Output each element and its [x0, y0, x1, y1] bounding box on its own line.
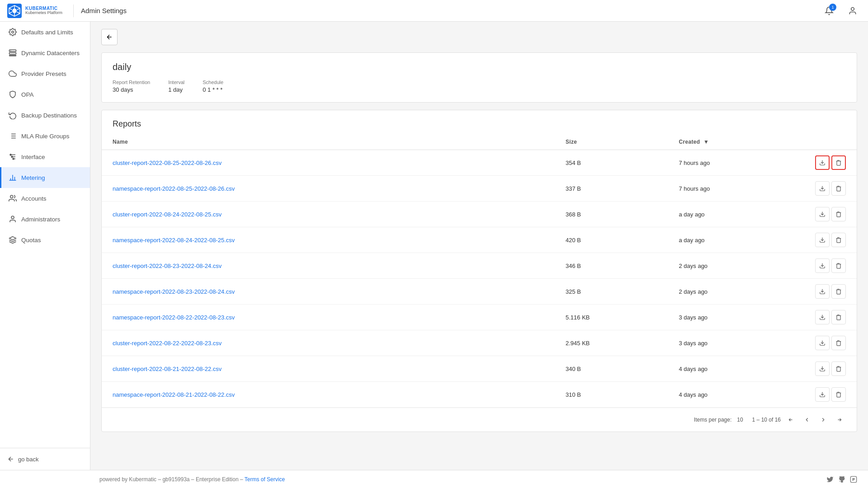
- sidebar-item-administrators[interactable]: Administrators: [0, 209, 90, 230]
- delete-button[interactable]: [831, 258, 846, 273]
- report-created: 2 days ago: [668, 253, 782, 279]
- back-button[interactable]: [101, 29, 118, 45]
- twitter-icon[interactable]: [826, 476, 834, 483]
- report-name[interactable]: namespace-report-2022-08-24-2022-08-25.c…: [102, 227, 555, 253]
- profile-button[interactable]: [844, 3, 861, 19]
- table-row: namespace-report-2022-08-25-2022-08-26.c…: [102, 176, 857, 202]
- last-page-button[interactable]: [833, 413, 846, 426]
- sidebar-item-metering[interactable]: Metering: [0, 167, 90, 188]
- report-name[interactable]: namespace-report-2022-08-22-2022-08-23.c…: [102, 305, 555, 330]
- report-name[interactable]: cluster-report-2022-08-25-2022-08-26.csv: [102, 150, 555, 176]
- download-button[interactable]: [815, 258, 830, 273]
- delete-button[interactable]: [831, 387, 846, 402]
- svg-point-25: [11, 156, 13, 158]
- sidebar-item-label: Interface: [21, 154, 45, 160]
- download-button[interactable]: [815, 361, 830, 376]
- delete-button[interactable]: [831, 181, 846, 196]
- report-name[interactable]: cluster-report-2022-08-23-2022-08-24.csv: [102, 253, 555, 279]
- col-size: Size: [555, 134, 668, 150]
- sidebar-item-dynamic-datacenters[interactable]: Dynamic Datacenters: [0, 42, 90, 63]
- delete-button[interactable]: [831, 284, 846, 299]
- sidebar-item-backup-destinations[interactable]: Backup Destinations: [0, 105, 90, 126]
- download-button[interactable]: [815, 181, 830, 196]
- schedule-meta-item: Schedule 0 1 * * *: [203, 80, 223, 93]
- report-created: 3 days ago: [668, 305, 782, 330]
- download-icon: [819, 160, 826, 166]
- sidebar-item-mla-rule-groups[interactable]: MLA Rule Groups: [0, 126, 90, 146]
- download-button[interactable]: [815, 207, 830, 221]
- sidebar-item-opa[interactable]: OPA: [0, 84, 90, 105]
- delete-button[interactable]: [831, 361, 846, 376]
- table-header: Name Size Created ▼: [102, 134, 857, 150]
- download-button[interactable]: [815, 310, 830, 324]
- prev-page-button[interactable]: [801, 413, 813, 426]
- report-name[interactable]: namespace-report-2022-08-21-2022-08-22.c…: [102, 382, 555, 408]
- go-back-button[interactable]: go back: [0, 448, 90, 470]
- download-button[interactable]: [815, 336, 830, 350]
- svg-marker-33: [9, 237, 16, 240]
- layers-icon: [9, 236, 17, 244]
- github-icon[interactable]: [838, 476, 845, 483]
- report-size: 310 B: [555, 382, 668, 408]
- download-icon: [819, 211, 826, 217]
- sidebar-item-label: MLA Rule Groups: [21, 133, 70, 140]
- report-created: 4 days ago: [668, 382, 782, 408]
- history-icon: [9, 111, 17, 119]
- col-created[interactable]: Created ▼: [668, 134, 782, 150]
- user-icon: [848, 6, 857, 15]
- first-page-button[interactable]: [784, 413, 797, 426]
- svg-rect-13: [9, 55, 16, 56]
- report-size: 346 B: [555, 253, 668, 279]
- sidebar-item-interface[interactable]: Interface: [0, 146, 90, 167]
- trash-icon: [835, 288, 842, 295]
- report-name[interactable]: namespace-report-2022-08-23-2022-08-24.c…: [102, 279, 555, 305]
- sidebar-item-defaults-limits[interactable]: Defaults and Limits: [0, 22, 90, 42]
- trash-icon: [835, 366, 842, 372]
- svg-point-32: [11, 216, 14, 219]
- download-button[interactable]: [815, 233, 830, 247]
- sidebar-item-label: Metering: [21, 174, 45, 181]
- sidebar-item-accounts[interactable]: Accounts: [0, 188, 90, 209]
- footer-social: [826, 476, 857, 483]
- schedule-card: daily Report Retention 30 days Interval …: [101, 52, 857, 103]
- dns-icon: [9, 49, 17, 57]
- report-size: 325 B: [555, 279, 668, 305]
- delete-button[interactable]: [831, 155, 846, 170]
- logo: KUBERMATIC Kubernetes Platform: [7, 4, 62, 18]
- trash-icon: [835, 314, 842, 320]
- report-created: 7 hours ago: [668, 150, 782, 176]
- sidebar-item-provider-presets[interactable]: Provider Presets: [0, 63, 90, 84]
- report-size: 2.945 KB: [555, 330, 668, 356]
- reports-title: Reports: [113, 119, 846, 129]
- delete-button[interactable]: [831, 310, 846, 324]
- delete-button[interactable]: [831, 207, 846, 221]
- slack-icon[interactable]: [850, 476, 857, 483]
- delete-button[interactable]: [831, 233, 846, 247]
- terms-link[interactable]: Terms of Service: [245, 476, 285, 483]
- report-name[interactable]: namespace-report-2022-08-25-2022-08-26.c…: [102, 176, 555, 202]
- delete-button[interactable]: [831, 336, 846, 350]
- person-icon: [9, 215, 17, 223]
- report-retention-label: Report Retention: [113, 80, 150, 85]
- report-name[interactable]: cluster-report-2022-08-22-2022-08-23.csv: [102, 330, 555, 356]
- download-icon: [819, 314, 826, 320]
- next-page-button[interactable]: [817, 413, 830, 426]
- sidebar-item-label: OPA: [21, 91, 34, 98]
- report-actions: [781, 202, 857, 227]
- sidebar-item-label: Dynamic Datacenters: [21, 50, 80, 56]
- first-page-icon: [788, 417, 794, 423]
- report-name[interactable]: cluster-report-2022-08-24-2022-08-25.csv: [102, 202, 555, 227]
- report-created: 3 days ago: [668, 330, 782, 356]
- notifications-button[interactable]: 1: [821, 3, 837, 19]
- topbar: KUBERMATIC Kubernetes Platform Admin Set…: [0, 0, 868, 22]
- reports-table-container: Name Size Created ▼ cluster-report-2022-…: [102, 134, 857, 408]
- svg-point-26: [13, 158, 14, 160]
- svg-rect-12: [9, 52, 16, 54]
- shield-icon: [9, 90, 17, 99]
- download-button[interactable]: [815, 387, 830, 402]
- report-name[interactable]: cluster-report-2022-08-21-2022-08-22.csv: [102, 356, 555, 382]
- sidebar-item-quotas[interactable]: Quotas: [0, 230, 90, 250]
- download-button[interactable]: [815, 284, 830, 299]
- trash-icon: [835, 263, 842, 269]
- download-button[interactable]: [815, 155, 830, 170]
